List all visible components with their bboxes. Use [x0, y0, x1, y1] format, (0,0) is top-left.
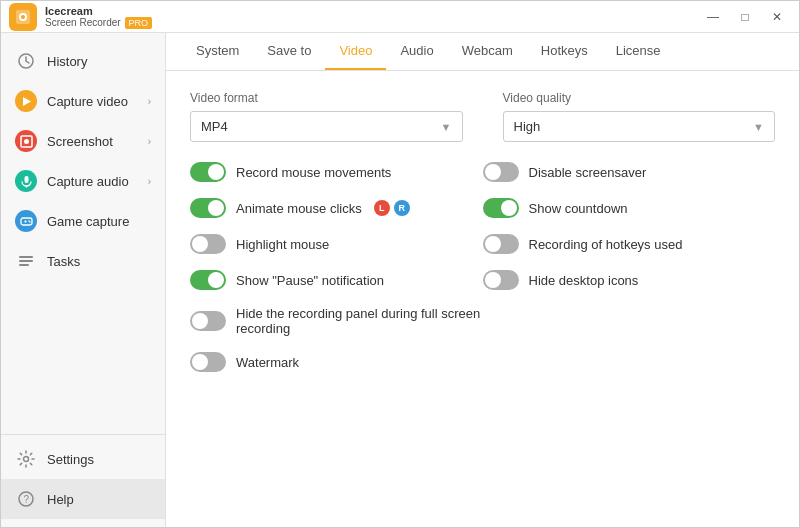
- history-icon: [15, 50, 37, 72]
- animate-clicks-label: Animate mouse clicks: [236, 201, 362, 216]
- tasks-icon: [15, 250, 37, 272]
- option-animate-clicks: Animate mouse clicks L R: [190, 198, 483, 218]
- hide-panel-label: Hide the recording panel during full scr…: [236, 306, 483, 336]
- svg-point-13: [29, 221, 31, 223]
- options-left: Record mouse movements Animate mouse cli…: [190, 162, 483, 372]
- svg-rect-7: [24, 176, 28, 183]
- settings-icon: [15, 448, 37, 470]
- recording-hotkeys-label: Recording of hotkeys used: [529, 237, 683, 252]
- left-click-dot: L: [374, 200, 390, 216]
- close-button[interactable]: ✕: [763, 7, 791, 27]
- help-icon: ?: [15, 488, 37, 510]
- app-name: Icecream Screen Recorder PRO: [45, 5, 152, 29]
- show-pause-label: Show "Pause" notification: [236, 273, 384, 288]
- option-watermark: Watermark: [190, 352, 483, 372]
- hide-desktop-icons-toggle[interactable]: [483, 270, 519, 290]
- sidebar-item-capture-audio[interactable]: Capture audio ›: [1, 161, 165, 201]
- app-window: Icecream Screen Recorder PRO — □ ✕ Histo…: [0, 0, 800, 528]
- video-quality-label: Video quality: [503, 91, 776, 105]
- show-pause-toggle[interactable]: [190, 270, 226, 290]
- watermark-label: Watermark: [236, 355, 299, 370]
- svg-point-2: [21, 15, 25, 19]
- sidebar-item-help[interactable]: ? Help: [1, 479, 165, 519]
- sidebar-item-capture-video[interactable]: Capture video ›: [1, 81, 165, 121]
- chevron-icon: ›: [148, 136, 151, 147]
- chevron-icon: ›: [148, 96, 151, 107]
- show-countdown-label: Show countdown: [529, 201, 628, 216]
- screenshot-icon: [15, 130, 37, 152]
- capture-audio-icon: [15, 170, 37, 192]
- option-highlight-mouse: Highlight mouse: [190, 234, 483, 254]
- hide-panel-toggle[interactable]: [190, 311, 226, 331]
- sidebar-item-screenshot[interactable]: Screenshot ›: [1, 121, 165, 161]
- video-quality-select[interactable]: High ▼: [503, 111, 776, 142]
- svg-point-17: [24, 457, 29, 462]
- sidebar-item-settings[interactable]: Settings: [1, 439, 165, 479]
- show-countdown-toggle[interactable]: [483, 198, 519, 218]
- highlight-mouse-label: Highlight mouse: [236, 237, 329, 252]
- hide-desktop-icons-label: Hide desktop icons: [529, 273, 639, 288]
- video-format-col: Video format MP4 ▼: [190, 91, 463, 142]
- click-dots: L R: [374, 200, 410, 216]
- tab-video[interactable]: Video: [325, 33, 386, 70]
- chevron-icon: ›: [148, 176, 151, 187]
- svg-rect-15: [19, 260, 33, 262]
- svg-text:?: ?: [24, 494, 30, 505]
- sidebar-item-history[interactable]: History: [1, 41, 165, 81]
- sidebar-item-game-capture[interactable]: Game capture: [1, 201, 165, 241]
- capture-video-icon: [15, 90, 37, 112]
- disable-screensaver-label: Disable screensaver: [529, 165, 647, 180]
- option-show-pause: Show "Pause" notification: [190, 270, 483, 290]
- option-recording-hotkeys: Recording of hotkeys used: [483, 234, 776, 254]
- highlight-mouse-toggle[interactable]: [190, 234, 226, 254]
- animate-clicks-toggle[interactable]: [190, 198, 226, 218]
- video-format-select[interactable]: MP4 ▼: [190, 111, 463, 142]
- tab-system[interactable]: System: [182, 33, 253, 70]
- dropdown-arrow-icon: ▼: [753, 121, 764, 133]
- sidebar-item-tasks[interactable]: Tasks: [1, 241, 165, 281]
- tab-license[interactable]: License: [602, 33, 675, 70]
- option-hide-desktop-icons: Hide desktop icons: [483, 270, 776, 290]
- format-quality-row: Video format MP4 ▼ Video quality High ▼: [190, 91, 775, 142]
- tab-hotkeys[interactable]: Hotkeys: [527, 33, 602, 70]
- option-disable-screensaver: Disable screensaver: [483, 162, 776, 182]
- right-click-dot: R: [394, 200, 410, 216]
- option-show-countdown: Show countdown: [483, 198, 776, 218]
- svg-rect-16: [19, 264, 29, 266]
- options-right: Disable screensaver Show countdown Recor…: [483, 162, 776, 372]
- app-icon: [9, 3, 37, 31]
- titlebar: Icecream Screen Recorder PRO — □ ✕: [1, 1, 799, 33]
- watermark-toggle[interactable]: [190, 352, 226, 372]
- video-quality-col: Video quality High ▼: [503, 91, 776, 142]
- options-area: Record mouse movements Animate mouse cli…: [190, 162, 775, 372]
- tab-save-to[interactable]: Save to: [253, 33, 325, 70]
- svg-point-6: [24, 139, 29, 144]
- titlebar-controls: — □ ✕: [699, 7, 791, 27]
- game-capture-icon: [15, 210, 37, 232]
- video-panel: Video format MP4 ▼ Video quality High ▼: [166, 71, 799, 527]
- tab-webcam[interactable]: Webcam: [448, 33, 527, 70]
- svg-marker-4: [23, 97, 31, 106]
- main-content: System Save to Video Audio Webcam Hotkey…: [166, 33, 799, 527]
- minimize-button[interactable]: —: [699, 7, 727, 27]
- tab-audio[interactable]: Audio: [386, 33, 447, 70]
- disable-screensaver-toggle[interactable]: [483, 162, 519, 182]
- option-record-mouse: Record mouse movements: [190, 162, 483, 182]
- option-hide-panel: Hide the recording panel during full scr…: [190, 306, 483, 336]
- record-mouse-toggle[interactable]: [190, 162, 226, 182]
- video-format-label: Video format: [190, 91, 463, 105]
- record-mouse-label: Record mouse movements: [236, 165, 391, 180]
- svg-rect-14: [19, 256, 33, 258]
- recording-hotkeys-toggle[interactable]: [483, 234, 519, 254]
- maximize-button[interactable]: □: [731, 7, 759, 27]
- tab-bar: System Save to Video Audio Webcam Hotkey…: [166, 33, 799, 71]
- dropdown-arrow-icon: ▼: [441, 121, 452, 133]
- sidebar: History Capture video › Screenshot ›: [1, 33, 166, 527]
